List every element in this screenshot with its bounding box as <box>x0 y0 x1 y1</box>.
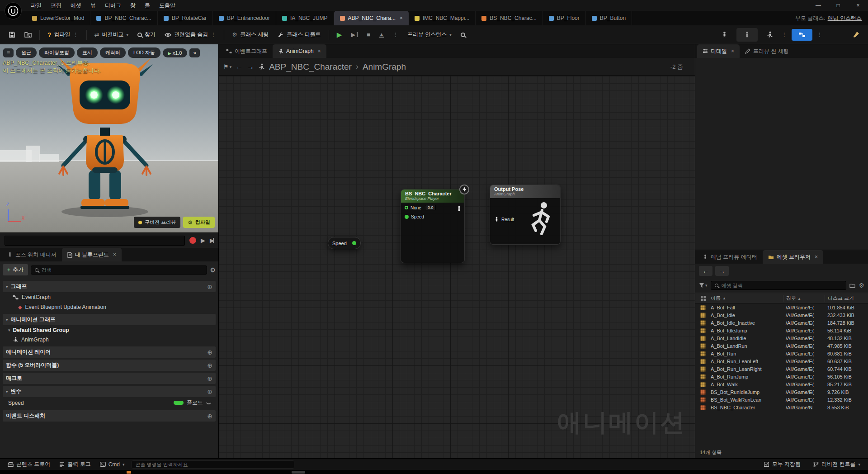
asset-search-input[interactable] <box>722 283 843 288</box>
viewport-compile-button[interactable]: ⚙ 컴파일 <box>183 217 215 228</box>
section-graphs[interactable]: ▾ 그래프 ⊕ <box>3 281 216 292</box>
timeline-step-button[interactable]: ▶ <box>210 237 214 244</box>
asset-row[interactable]: A_Bot_IdleJump /All/Game/E( 56.114 KiB <box>695 327 868 334</box>
blendspace-player-node[interactable]: BS_NBC_Character Blendspace Player None … <box>401 189 465 263</box>
speed-variable-node[interactable]: Speed <box>328 237 361 249</box>
folder-icon[interactable] <box>849 283 855 288</box>
column-name[interactable]: 이름▲ <box>711 295 783 302</box>
filter-button[interactable]: ▾ <box>699 283 708 288</box>
viewport-pill-button[interactable]: LOD 자동 <box>128 47 160 58</box>
tab-asset-browser[interactable]: 에셋 브라우저 × <box>763 250 823 264</box>
timeline-play-button[interactable]: ▶ <box>201 237 205 244</box>
compile-options-icon[interactable]: ⋮ <box>73 32 79 38</box>
asset-tab[interactable]: BP_RotateCar <box>158 11 213 25</box>
browse-asset-button[interactable] <box>20 28 36 42</box>
tab-eventgraph[interactable]: 이벤트그래프 <box>221 44 273 58</box>
preview-instance-dropdown[interactable]: 프리뷰 인스턴스 ▾ <box>403 28 456 42</box>
add-variable-icon[interactable]: ⊕ <box>207 388 212 395</box>
asset-row[interactable]: A_Bot_Fall /All/Game/E( 101.854 KiB <box>695 303 868 311</box>
record-button[interactable] <box>189 237 196 244</box>
tab-preview-scene-settings[interactable]: 프리뷰 씬 세팅 <box>740 44 794 58</box>
animgraph-canvas[interactable]: Speed BS_NBC_Character Blendspace Player… <box>219 76 695 458</box>
viewport-overflow-button[interactable]: » <box>189 48 200 57</box>
column-disk-size[interactable]: 디스크 크기 <box>825 295 868 302</box>
dots-icon[interactable]: ⋮ <box>782 32 787 38</box>
asset-tab[interactable]: LowerSector_Mod <box>26 11 90 25</box>
menu-item[interactable]: 도움말 <box>155 0 180 11</box>
asset-tab[interactable]: IMC_NBC_Mappi... <box>409 11 476 25</box>
result-input-pin[interactable]: Result <box>494 217 514 223</box>
asset-row[interactable]: BS_Bot_RunIdleJump /All/Game/E( 9.726 Ki… <box>695 388 868 396</box>
collapse-icon[interactable]: ▾ <box>6 318 8 322</box>
asset-row[interactable]: A_Bot_LandRun /All/Game/E( 47.985 KiB <box>695 342 868 350</box>
section-animation-graphs[interactable]: ▾ 애니메이션 그래프 <box>3 314 216 325</box>
settings-gear-icon[interactable]: ⚙ <box>210 266 216 274</box>
viewport-pill-button[interactable]: 캐릭터 <box>100 47 126 58</box>
pin-value-box[interactable]: 0.0 <box>425 205 436 210</box>
tab-pose-watch-manager[interactable]: 포즈 워치 매니저 <box>2 248 62 261</box>
asset-row[interactable]: A_Bot_Idle /All/Game/E( 232.433 KiB <box>695 311 868 319</box>
asset-tab[interactable]: BP_Floor <box>543 11 586 25</box>
my-blueprint-search-input[interactable] <box>42 267 203 273</box>
playback-speed-button[interactable]: ▶ x1.0 <box>163 48 188 57</box>
persona-mesh-button[interactable] <box>736 28 758 42</box>
close-icon[interactable]: × <box>815 254 818 260</box>
asset-row[interactable]: A_Bot_Run /All/Game/E( 60.681 KiB <box>695 350 868 357</box>
cmd-dropdown[interactable]: Cmd ▾ <box>96 460 129 469</box>
collapse-icon[interactable]: ▾ <box>8 328 10 332</box>
viewport-pill-button[interactable]: 표시 <box>77 47 98 58</box>
close-icon[interactable]: × <box>848 0 868 11</box>
section-animation-layers[interactable]: 애니메이션 레이어 ⊕ <box>3 346 216 358</box>
item-eventgraph[interactable]: EventGraph <box>3 292 216 302</box>
menu-item[interactable]: 디버그 <box>100 0 126 11</box>
nav-forward-button[interactable]: → <box>715 266 729 276</box>
my-blueprint-searchbox[interactable] <box>31 265 207 275</box>
unreal-logo-icon[interactable] <box>5 2 22 19</box>
console-command-input[interactable] <box>136 462 290 467</box>
persona-skeleton-button[interactable] <box>717 28 732 42</box>
pose-output-pin[interactable] <box>456 206 462 212</box>
class-defaults-button[interactable]: 클래스 디폴트 <box>274 28 325 42</box>
collapse-icon[interactable]: ▾ <box>6 389 8 394</box>
viewport-pill-button[interactable]: 라이팅포함 <box>39 47 75 58</box>
float-output-pin[interactable] <box>352 241 356 245</box>
asset-row[interactable]: BS_NBC_Character /All/Game/N 8.553 KiB <box>695 403 868 411</box>
nav-back-button[interactable]: ← <box>699 266 712 276</box>
hide-unrelated-button[interactable]: 관련없음 숨김 ⋮ <box>160 28 220 42</box>
close-icon[interactable]: × <box>731 48 734 54</box>
viewport-menu-button[interactable]: ≡ <box>3 48 14 57</box>
section-macros[interactable]: 매크로 ⊕ <box>3 373 216 384</box>
menu-item[interactable]: 창 <box>126 0 140 11</box>
add-macro-icon[interactable]: ⊕ <box>207 375 212 382</box>
class-settings-button[interactable]: ⚙ 클래스 세팅 <box>228 28 273 42</box>
menu-item[interactable]: 툴 <box>140 0 155 11</box>
asset-tab[interactable]: BS_NBC_Charac... <box>476 11 542 25</box>
asset-row[interactable]: BS_Bot_WalkRunLean /All/Game/E( 12.332 K… <box>695 396 868 403</box>
eject-button[interactable]: ▲ <box>375 28 388 42</box>
tab-details[interactable]: 디테일 × <box>697 44 740 58</box>
asset-tab[interactable]: ABP_NBC_Chara... × <box>334 11 409 25</box>
content-drawer-button[interactable]: 콘텐츠 드로어 <box>4 459 54 469</box>
breadcrumb-root[interactable]: ABP_NBC_Character <box>269 62 352 72</box>
menu-item[interactable]: 뷰 <box>86 0 100 11</box>
all-saved-button[interactable]: 모두 저장됨 <box>760 459 805 469</box>
close-icon[interactable]: × <box>318 48 321 54</box>
asset-tab[interactable]: BP_NBC_Charac... <box>90 11 157 25</box>
viewport-pill-button[interactable]: 원근 <box>16 47 37 58</box>
asset-row[interactable]: A_Bot_LandIdle /All/Game/E( 48.132 KiB <box>695 334 868 342</box>
menu-item[interactable]: 에셋 <box>66 0 86 11</box>
add-graph-icon[interactable]: ⊕ <box>207 283 212 290</box>
playback-options-button[interactable]: ⋮ <box>389 28 402 42</box>
compile-button[interactable]: ? 컴파일 ⋮ <box>43 28 83 42</box>
asset-searchbox[interactable] <box>711 281 847 290</box>
speed-input-pin[interactable] <box>405 215 409 219</box>
settings-gear-icon[interactable]: ⚙ <box>859 282 864 289</box>
column-path[interactable]: 경로 ▲ <box>783 295 825 302</box>
bookmark-flag-icon[interactable]: ⚑▾ <box>223 63 231 70</box>
section-variables[interactable]: ▾ 변수 ⊕ <box>3 386 216 397</box>
legacy-preview-button[interactable]: 구버전 프리뷰 <box>134 217 180 228</box>
find-button[interactable]: 찾기 <box>133 28 160 42</box>
output-log-button[interactable]: 출력 로그 <box>55 459 94 469</box>
add-dispatcher-icon[interactable]: ⊕ <box>207 412 212 420</box>
nav-back-icon[interactable]: ← <box>236 63 243 71</box>
